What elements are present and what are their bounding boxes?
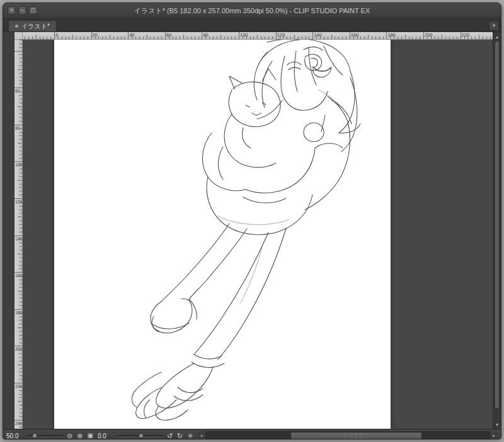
ruler-tick	[32, 37, 33, 39]
ruler-tick	[165, 32, 166, 39]
ruler-tick	[401, 37, 402, 39]
ruler-tick	[331, 35, 332, 39]
maximize-button[interactable]: □	[29, 6, 37, 14]
ruler-tick	[224, 37, 225, 39]
rotation-value[interactable]: 0.0	[98, 433, 114, 439]
ruler-tick	[20, 213, 22, 213]
ruler-tick	[253, 37, 254, 39]
ruler-label: 140	[314, 32, 322, 38]
ruler-label: 0	[55, 32, 58, 38]
ruler-tick	[423, 32, 424, 39]
zoom-out-icon[interactable]: ⊖	[67, 432, 72, 439]
minimize-button[interactable]: −	[18, 6, 26, 14]
fit-to-screen-icon[interactable]: ▣	[87, 432, 93, 439]
ruler-tick	[471, 37, 472, 39]
ruler-tick	[91, 32, 92, 39]
ruler-label: 100	[240, 32, 248, 38]
ruler-tick	[461, 32, 461, 39]
ruler-label: 80	[203, 32, 208, 38]
ruler-tick	[20, 294, 22, 295]
ruler-tick	[20, 173, 22, 173]
ruler-tick	[328, 37, 328, 39]
rotate-ccw-icon[interactable]: ↺	[167, 432, 173, 439]
ruler-tick	[294, 35, 295, 39]
ruler-tick	[213, 37, 214, 39]
ruler-tick	[453, 37, 454, 39]
ruler-tick	[14, 51, 22, 52]
ruler-tick	[202, 32, 202, 39]
ruler-label: 120	[15, 200, 22, 204]
tab-illustration[interactable]: イラスト*	[8, 20, 57, 31]
vertical-scrollbar[interactable]: ▲ ▼	[493, 32, 501, 429]
ruler-tick	[128, 32, 129, 39]
ruler-tick	[20, 261, 22, 262]
horizontal-scrollbar-thumb[interactable]: ⋮⋮⋮	[291, 433, 421, 439]
scroll-left-icon[interactable]: ◂	[198, 431, 205, 439]
ruler-vertical[interactable]: 6080100120140160180200220240	[14, 40, 23, 429]
ruler-tick	[20, 40, 22, 40]
scroll-down-icon[interactable]: ▼	[493, 421, 501, 428]
ruler-tick	[272, 37, 273, 39]
ruler-tick	[20, 357, 22, 358]
ruler-tick	[20, 206, 22, 207]
ruler-tick	[14, 235, 22, 236]
zoom-value[interactable]: 50.0	[6, 433, 23, 439]
ruler-tick	[20, 320, 22, 320]
vertical-scrollbar-thumb[interactable]	[495, 41, 500, 409]
canvas-page[interactable]	[54, 40, 391, 429]
ruler-tick	[47, 37, 47, 39]
workspace: 020406080100120140160180200220 608010012…	[3, 32, 501, 429]
ruler-tick	[287, 37, 287, 39]
ruler-tick	[14, 161, 22, 162]
ruler-tick	[20, 128, 22, 129]
ruler-tick	[20, 258, 22, 258]
ruler-tick	[475, 37, 476, 39]
ruler-tick	[20, 158, 22, 159]
ruler-tick	[20, 113, 22, 114]
rotation-slider[interactable]	[118, 433, 163, 439]
ruler-tick	[250, 37, 251, 39]
scroll-up-icon[interactable]: ▲	[493, 33, 501, 40]
ruler-tick	[117, 37, 118, 39]
ruler-tick	[298, 37, 299, 39]
canvas-viewport[interactable]	[23, 40, 493, 429]
zoom-slider[interactable]	[27, 433, 62, 439]
ruler-tick	[14, 309, 22, 310]
ruler-tick	[180, 37, 180, 39]
tab-panel-menu-icon[interactable]: ▾	[489, 21, 499, 31]
ruler-tick	[18, 217, 22, 217]
zoom-in-icon[interactable]: ⊕	[77, 432, 83, 439]
rotation-slider-thumb[interactable]	[139, 433, 144, 438]
zoom-slider-thumb[interactable]	[32, 433, 37, 438]
ruler-tick	[36, 35, 37, 39]
ruler-tick	[20, 154, 22, 155]
ruler-label: 60	[166, 32, 171, 38]
horizontal-scrollbar[interactable]: ◂ ⋮⋮⋮ ▸	[198, 431, 498, 439]
ruler-tick	[80, 37, 81, 39]
ruler-tick	[483, 37, 483, 39]
ruler-tick	[198, 37, 199, 39]
ruler-tick	[442, 35, 442, 39]
ruler-tick	[106, 37, 106, 39]
ruler-tick	[54, 32, 55, 39]
rotate-cw-icon[interactable]: ↻	[177, 432, 183, 439]
horizontal-scrollbar-track[interactable]: ⋮⋮⋮	[205, 431, 490, 439]
titlebar: × − □ イラスト* (B5 182.00 x 257.00mm 350dpi…	[3, 3, 501, 19]
scroll-right-icon[interactable]: ▸	[490, 431, 498, 439]
ruler-tick	[20, 409, 22, 409]
ruler-tick	[20, 81, 22, 81]
ruler-label: 160	[15, 273, 22, 278]
ruler-tick	[379, 37, 380, 39]
ruler-tick	[20, 390, 22, 391]
ruler-tick	[20, 169, 22, 169]
ruler-tick	[20, 91, 22, 92]
ruler-tick	[20, 324, 22, 324]
ruler-tick	[265, 37, 265, 39]
ruler-tick	[20, 305, 22, 306]
ruler-tick	[20, 375, 22, 376]
ruler-tick	[20, 394, 22, 395]
ruler-horizontal[interactable]: 020406080100120140160180200220	[23, 32, 493, 40]
ruler-label: 60	[15, 89, 20, 93]
reset-view-icon[interactable]: ✳	[187, 432, 193, 439]
close-button[interactable]: ×	[8, 6, 16, 14]
